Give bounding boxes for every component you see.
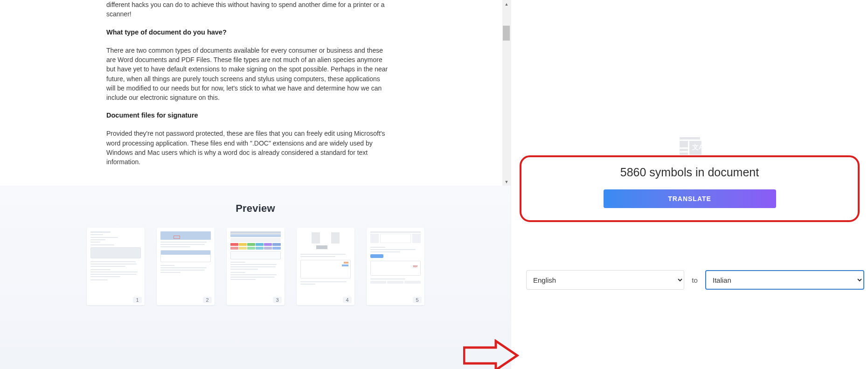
target-language-select[interactable]: ItalianEnglishSpanishFrenchGerman	[705, 270, 864, 290]
preview-page-2[interactable]: 2	[157, 228, 215, 305]
scrollbar-thumb[interactable]	[503, 26, 510, 41]
page-number-badge: 5	[413, 297, 421, 303]
preview-page-5[interactable]: PDF 5	[367, 228, 424, 305]
translate-button[interactable]: TRANSLATE	[604, 189, 776, 208]
scroll-up-arrow-icon[interactable]: ▲	[502, 0, 511, 8]
source-language-select[interactable]: EnglishItalianSpanishFrenchGerman	[526, 270, 684, 290]
language-row: EnglishItalianSpanishFrenchGerman to Ita…	[526, 270, 864, 290]
page-number-badge: 4	[343, 297, 351, 303]
doc-heading: What type of document do you have?	[106, 28, 389, 37]
preview-page-4[interactable]: 4	[297, 228, 354, 305]
preview-page-1[interactable]: 1	[87, 228, 145, 305]
svg-rect-5	[680, 153, 688, 155]
preview-section: Preview 1	[0, 186, 511, 369]
translate-callout: 5860 symbols in document TRANSLATE	[520, 155, 860, 222]
page-number-badge: 3	[273, 297, 281, 303]
document-body: different hacks you can do to achieve th…	[0, 0, 511, 186]
svg-rect-1	[680, 141, 688, 147]
document-scrollbar[interactable]: ▲ ▼	[502, 0, 511, 186]
doc-paragraph: There are two common types of documents …	[106, 46, 389, 103]
scroll-down-arrow-icon[interactable]: ▼	[502, 178, 511, 186]
svg-text:文A: 文A	[692, 143, 703, 151]
doc-paragraph: Provided they're not password protected,…	[106, 129, 389, 167]
annotation-arrow-icon	[463, 339, 519, 369]
preview-thumbnails: 1 2	[0, 228, 511, 305]
symbol-count-text: 5860 symbols in document	[535, 166, 844, 179]
preview-page-3[interactable]: 3	[227, 228, 285, 305]
to-label: to	[691, 276, 699, 284]
translation-sidebar: 文A 5860 symbols in document TRANSLATE En…	[511, 0, 868, 369]
page-number-badge: 2	[203, 297, 211, 303]
doc-heading: Document files for signature	[106, 111, 389, 120]
svg-rect-0	[680, 137, 700, 139]
preview-title: Preview	[0, 186, 511, 228]
svg-rect-4	[680, 149, 688, 151]
page-number-badge: 1	[133, 297, 141, 303]
translate-icon: 文A	[677, 136, 703, 157]
doc-paragraph: different hacks you can do to achieve th…	[106, 0, 389, 19]
document-content-panel: different hacks you can do to achieve th…	[0, 0, 511, 186]
